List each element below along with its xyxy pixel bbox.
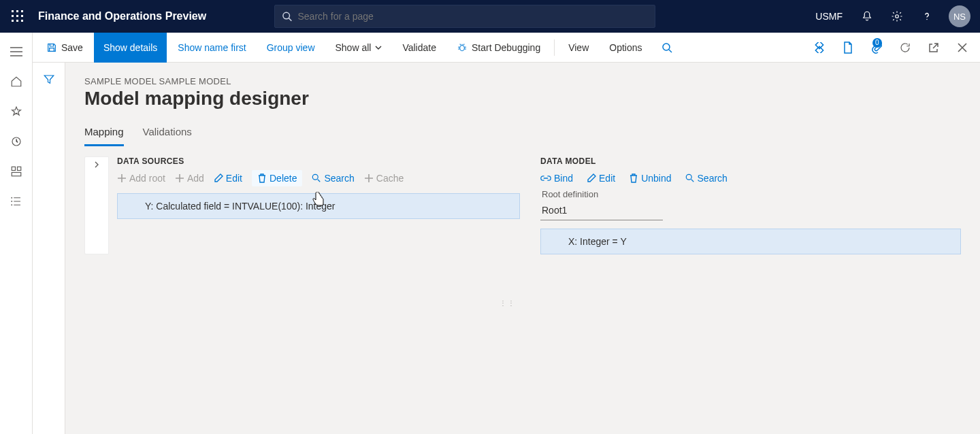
- svg-rect-7: [16, 20, 18, 22]
- nav-workspaces[interactable]: [3, 158, 30, 185]
- page-title: Model mapping designer: [84, 88, 961, 110]
- svg-rect-15: [17, 167, 20, 170]
- popout-icon: [928, 42, 939, 53]
- help-button[interactable]: [913, 0, 941, 33]
- svg-point-25: [313, 174, 318, 180]
- pane-splitter[interactable]: ⋮⋮: [500, 299, 516, 307]
- pencil-icon: [214, 173, 223, 183]
- diamond-icon: [814, 42, 825, 53]
- refresh-button[interactable]: [892, 33, 919, 63]
- app-topbar: Finance and Operations Preview USMF NS: [0, 0, 980, 33]
- group-view-button[interactable]: Group view: [257, 33, 325, 63]
- nav-home[interactable]: [3, 68, 30, 95]
- funnel-icon: [43, 73, 55, 86]
- popout-button[interactable]: [920, 33, 947, 63]
- company-picker[interactable]: USMF: [807, 11, 851, 22]
- svg-point-9: [283, 12, 290, 19]
- breadcrumb: SAMPLE MODEL SAMPLE MODEL: [84, 76, 961, 86]
- nav-recent[interactable]: [3, 128, 30, 155]
- home-icon: [10, 76, 22, 88]
- dm-edit-button[interactable]: Edit: [587, 173, 615, 184]
- add-button[interactable]: Add: [175, 173, 204, 184]
- datasource-tree-collapse[interactable]: [84, 156, 109, 254]
- tab-validations[interactable]: Validations: [143, 122, 192, 146]
- svg-point-27: [686, 174, 691, 180]
- link-icon: [540, 173, 551, 183]
- nav-hamburger[interactable]: [3, 38, 30, 65]
- trash-icon: [629, 173, 638, 183]
- global-search-input[interactable]: [298, 11, 649, 22]
- svg-line-10: [289, 18, 292, 21]
- attachments-button[interactable]: 0: [863, 33, 890, 63]
- add-root-button[interactable]: Add root: [117, 173, 165, 184]
- edit-button[interactable]: Edit: [214, 173, 242, 184]
- user-avatar[interactable]: NS: [949, 5, 970, 27]
- svg-rect-5: [21, 15, 23, 17]
- plus-icon: [175, 173, 184, 183]
- show-name-first-button[interactable]: Show name first: [168, 33, 255, 63]
- show-all-dropdown[interactable]: Show all: [326, 33, 392, 63]
- page-icon: [843, 41, 853, 54]
- svg-point-11: [896, 15, 899, 18]
- svg-rect-6: [12, 20, 14, 22]
- datamodel-heading: DATA MODEL: [540, 156, 961, 166]
- waffle-icon: [12, 10, 24, 22]
- root-definition-value[interactable]: Root1: [540, 202, 663, 220]
- nav-favorites[interactable]: [3, 98, 30, 125]
- start-debugging-button[interactable]: Start Debugging: [447, 33, 550, 63]
- clock-icon: [10, 135, 22, 148]
- close-icon: [958, 43, 967, 52]
- svg-point-21: [663, 44, 670, 50]
- list-icon: [10, 195, 22, 207]
- svg-rect-8: [21, 20, 23, 22]
- grid-icon: [10, 165, 22, 178]
- svg-point-19: [11, 204, 12, 205]
- notifications-button[interactable]: [853, 0, 881, 33]
- app-launcher-button[interactable]: [4, 0, 31, 33]
- save-button[interactable]: Save: [37, 33, 93, 63]
- page-options-button[interactable]: [834, 33, 862, 63]
- svg-rect-16: [12, 173, 21, 176]
- personalize-button[interactable]: [806, 33, 833, 63]
- root-definition-label: Root definition: [542, 189, 961, 199]
- svg-rect-23: [815, 42, 823, 49]
- search-icon: [662, 42, 672, 53]
- filter-button[interactable]: [43, 73, 55, 434]
- dm-search-button[interactable]: Search: [685, 173, 728, 184]
- datamodel-toolbar: Bind Edit Unbind: [540, 173, 961, 184]
- plus-icon: [117, 173, 127, 183]
- star-icon: [10, 105, 22, 118]
- unbind-button[interactable]: Unbind: [629, 173, 671, 184]
- save-icon: [46, 42, 57, 53]
- bind-button[interactable]: Bind: [540, 173, 573, 184]
- view-menu[interactable]: View: [559, 33, 598, 63]
- validate-button[interactable]: Validate: [393, 33, 446, 63]
- settings-button[interactable]: [883, 0, 911, 33]
- svg-rect-0: [12, 10, 14, 12]
- datamodel-row[interactable]: X: Integer = Y: [540, 229, 961, 254]
- cache-button[interactable]: Cache: [364, 173, 404, 184]
- tab-mapping[interactable]: Mapping: [84, 122, 124, 146]
- datasource-row[interactable]: Y: Calculated field = INTVALUE(100): Int…: [117, 193, 520, 219]
- find-button[interactable]: [653, 33, 681, 63]
- svg-point-12: [926, 19, 928, 20]
- delete-button[interactable]: Delete: [252, 170, 302, 186]
- options-menu[interactable]: Options: [600, 33, 651, 63]
- help-icon: [921, 10, 933, 22]
- svg-rect-4: [16, 15, 18, 17]
- show-details-button[interactable]: Show details: [94, 33, 167, 63]
- command-bar: Save Show details Show name first Group …: [33, 33, 980, 63]
- ds-search-button[interactable]: Search: [312, 173, 354, 184]
- pencil-icon: [587, 173, 596, 183]
- svg-point-20: [460, 45, 465, 50]
- bell-icon: [861, 10, 873, 22]
- svg-point-17: [11, 197, 12, 199]
- svg-line-28: [691, 180, 693, 182]
- svg-line-22: [669, 50, 672, 52]
- svg-rect-3: [12, 15, 14, 17]
- svg-rect-1: [16, 10, 18, 12]
- global-search[interactable]: [274, 5, 655, 28]
- close-page-button[interactable]: [949, 33, 976, 63]
- nav-modules[interactable]: [3, 188, 30, 215]
- svg-rect-14: [12, 167, 15, 170]
